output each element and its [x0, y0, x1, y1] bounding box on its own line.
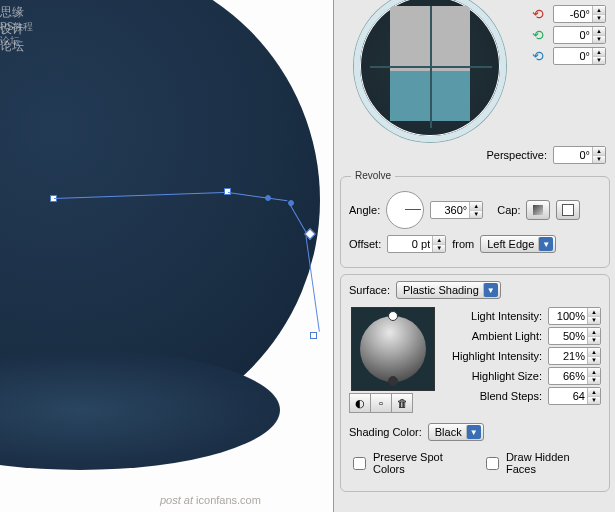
rotation-preview[interactable]: [354, 0, 506, 142]
step-up[interactable]: ▲: [593, 48, 605, 57]
angle-field[interactable]: ▲▼: [430, 201, 483, 219]
rotation-z-field[interactable]: ▲▼: [553, 47, 606, 65]
chevron-down-icon: ▼: [538, 237, 553, 251]
surface-section: Surface: Plastic Shading▼ ◐ ▫ 🗑 Light In…: [340, 274, 610, 492]
step-up[interactable]: ▲: [433, 236, 445, 245]
chevron-down-icon: ▼: [466, 425, 481, 439]
highlight-size-field[interactable]: ▲▼: [548, 367, 601, 385]
highlight-intensity-label: Highlight Intensity:: [452, 350, 542, 362]
rotate-x-icon: ⟲: [529, 5, 547, 23]
offset-label: Offset:: [349, 238, 381, 250]
new-light-button[interactable]: ▫: [371, 394, 392, 412]
cap-label: Cap:: [497, 204, 520, 216]
surface-dropdown[interactable]: Plastic Shading▼: [396, 281, 501, 299]
from-dropdown[interactable]: Left Edge▼: [480, 235, 556, 253]
angle-label: Angle:: [349, 204, 380, 216]
artboard[interactable]: 思缘设计论坛 PS教程论坛 post at iconfans.com: [0, 0, 333, 512]
preserve-spot-checkbox[interactable]: Preserve Spot Colors: [349, 451, 476, 475]
chevron-down-icon: ▼: [483, 283, 498, 297]
step-down[interactable]: ▼: [593, 36, 605, 44]
rotate-z-icon: ⟲: [529, 47, 547, 65]
perspective-field[interactable]: ▲▼: [553, 146, 606, 164]
step-down[interactable]: ▼: [588, 357, 600, 365]
rotation-y-field[interactable]: ▲▼: [553, 26, 606, 44]
step-up[interactable]: ▲: [588, 368, 600, 377]
anchor-point[interactable]: [310, 332, 317, 339]
step-up[interactable]: ▲: [588, 348, 600, 357]
rotate-y-icon: ⟲: [529, 26, 547, 44]
step-up[interactable]: ▲: [593, 27, 605, 36]
step-down[interactable]: ▼: [433, 245, 445, 253]
cap-on-button[interactable]: [526, 200, 550, 220]
step-down[interactable]: ▼: [593, 15, 605, 23]
draw-hidden-checkbox[interactable]: Draw Hidden Faces: [482, 451, 601, 475]
watermark-text: PS教程论坛: [0, 20, 35, 48]
light-source[interactable]: [388, 376, 398, 386]
surface-label: Surface:: [349, 284, 390, 296]
step-up[interactable]: ▲: [470, 202, 482, 211]
move-light-back-button[interactable]: ◐: [350, 394, 371, 412]
step-down[interactable]: ▼: [588, 337, 600, 345]
shading-color-dropdown[interactable]: Black▼: [428, 423, 484, 441]
shading-ball: [360, 316, 426, 382]
step-up[interactable]: ▲: [593, 6, 605, 15]
effects-panel: ⟲ ▲▼ ⟲ ▲▼ ⟲ ▲▼ Perspective: ▲▼ Revolve A…: [333, 0, 615, 512]
delete-light-button[interactable]: 🗑: [392, 394, 412, 412]
step-down[interactable]: ▼: [470, 211, 482, 219]
light-source[interactable]: [388, 311, 398, 321]
step-down[interactable]: ▼: [588, 397, 600, 405]
shading-color-label: Shading Color:: [349, 426, 422, 438]
blend-steps-label: Blend Steps:: [480, 390, 542, 402]
control-handle[interactable]: [265, 195, 271, 201]
offset-field[interactable]: ▲▼: [387, 235, 446, 253]
step-up[interactable]: ▲: [588, 388, 600, 397]
section-title: Revolve: [351, 170, 395, 181]
cap-off-button[interactable]: [556, 200, 580, 220]
light-controls: ◐ ▫ 🗑: [349, 393, 413, 413]
step-down[interactable]: ▼: [593, 156, 605, 164]
light-intensity-field[interactable]: ▲▼: [548, 307, 601, 325]
ambient-light-field[interactable]: ▲▼: [548, 327, 601, 345]
rotation-x-field[interactable]: ▲▼: [553, 5, 606, 23]
step-down[interactable]: ▼: [593, 57, 605, 65]
highlight-size-label: Highlight Size:: [472, 370, 542, 382]
watermark: post at iconfans.com: [160, 494, 261, 506]
from-label: from: [452, 238, 474, 250]
revolve-section: Revolve Angle: ▲▼ Cap: Offset: ▲▼ from L…: [340, 176, 610, 268]
step-up[interactable]: ▲: [588, 308, 600, 317]
blend-steps-field[interactable]: ▲▼: [548, 387, 601, 405]
light-intensity-label: Light Intensity:: [471, 310, 542, 322]
step-up[interactable]: ▲: [588, 328, 600, 337]
step-down[interactable]: ▼: [588, 377, 600, 385]
step-down[interactable]: ▼: [588, 317, 600, 325]
light-preview[interactable]: [351, 307, 435, 391]
revolved-object: [0, 0, 320, 440]
step-up[interactable]: ▲: [593, 147, 605, 156]
perspective-label: Perspective:: [486, 149, 547, 161]
highlight-intensity-field[interactable]: ▲▼: [548, 347, 601, 365]
angle-dial[interactable]: [386, 191, 424, 229]
ambient-light-label: Ambient Light:: [472, 330, 542, 342]
